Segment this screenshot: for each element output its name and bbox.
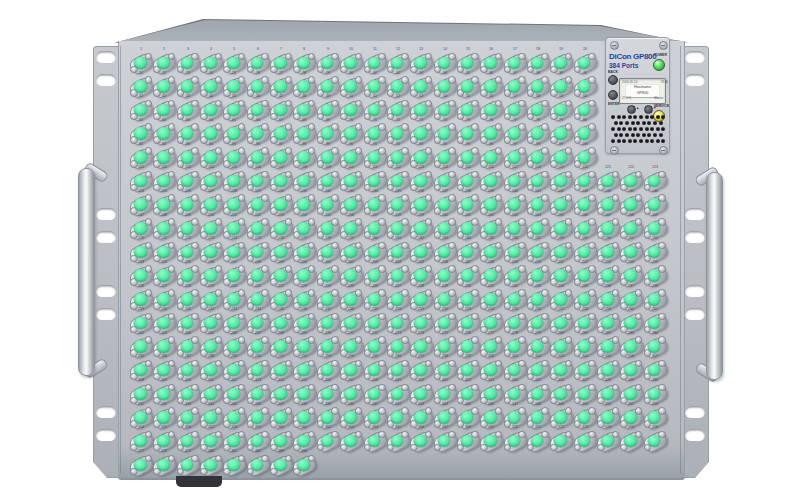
port-number-label: 163 [505,213,524,217]
back-button[interactable] [608,75,618,85]
port-number-label: 10 [342,47,361,51]
menu-up-button[interactable] [627,105,636,114]
grille-hole [650,127,654,131]
mounting-slot [96,406,116,418]
fiber-port: 8 [293,53,315,73]
fiber-connector-icon [204,435,217,448]
fiber-port: 200 [293,266,315,286]
port-number-label: 91 [365,142,384,146]
port-number-label: 243 [225,307,244,311]
port-lug-icon [471,76,479,84]
port-number-label: 311 [201,378,220,382]
fiber-port: 381 [223,455,245,475]
port-number-label: 13 [412,47,431,51]
led-power: POWER [650,53,668,71]
fiber-connector-icon [344,269,357,282]
fiber-connector-icon [624,246,637,259]
port-number-label: 368 [458,425,477,429]
port-number-label: 39 [552,71,571,75]
fiber-connector-icon [134,388,147,401]
fiber-connector-icon [484,293,497,306]
fiber-connector-icon [251,293,264,306]
fiber-connector-icon [461,151,474,164]
port-number-label: 345 [458,402,477,406]
fiber-connector-icon [438,388,451,401]
fiber-connector-icon [414,293,427,306]
lcd-time: 18:30 [660,80,668,83]
port-number-label: 239 [131,307,150,311]
fiber-port: 204 [387,266,409,286]
fiber-port: 201 [317,266,339,286]
fiber-connector-icon [391,80,404,93]
port-number-label: 34 [435,71,454,75]
port-number-label: 318 [365,378,384,382]
port-number-label: 186 [505,236,524,240]
port-number-label: 42 [155,94,174,98]
fiber-connector-icon [578,388,591,401]
fiber-connector-icon [134,340,147,353]
fiber-port: 372 [550,431,572,451]
port-number-label: 105 [225,165,244,169]
grille-hole [617,115,621,119]
port-lug-icon [191,455,199,463]
port-number-label: 28 [295,71,314,75]
port-lug-icon [331,313,339,321]
port-lug-icon [541,242,549,250]
port-number-label: 269 [295,331,314,335]
port-number-label: 158 [388,213,407,217]
control-panel: DiCon GP800 384 Ports POWER ACTIVE SERVI… [605,37,670,154]
port-number-label: 238 [645,284,664,288]
fiber-connector-icon [251,269,264,282]
fiber-connector-icon [438,80,451,93]
port-number-label: 51 [365,94,384,98]
port-number-label: 216 [131,284,150,288]
port-number-label: 240 [155,307,174,311]
port-lug-icon [191,242,199,250]
port-number-label: 372 [552,425,571,429]
grille-hole [617,127,621,131]
grille-hole [656,115,660,119]
fiber-connector-icon [368,198,381,211]
fiber-port: 140 [504,195,526,215]
port-number-label: 86 [248,142,267,146]
fiber-connector-icon [344,151,357,164]
port-lug-icon [518,384,526,392]
fiber-connector-icon [554,411,567,424]
fiber-port: 80 [574,124,596,144]
mounting-slot [685,51,705,63]
port-number-label: 285 [131,354,150,358]
port-number-label: 45 [225,94,244,98]
fiber-connector-icon [297,388,310,401]
fiber-connector-icon [508,151,521,164]
fiber-connector-icon [157,127,170,140]
fiber-connector-icon [297,246,310,259]
port-number-label: 329 [622,378,641,382]
fiber-connector-icon [368,127,381,140]
fiber-port: 383 [270,455,292,475]
port-number-label: 215 [645,260,664,264]
fiber-connector-icon [461,293,474,306]
fiber-connector-icon [438,57,451,70]
port-number-label: 381 [225,449,244,453]
port-number-label: 38 [528,71,547,75]
port-number-label: 362 [318,425,337,429]
fiber-connector-icon [181,411,194,424]
enter-button[interactable] [608,90,618,100]
fiber-connector-icon [134,246,147,259]
fiber-connector-icon [484,317,497,330]
fiber-connector-icon [134,459,147,472]
port-number-label: 306 [622,354,641,358]
fiber-connector-icon [157,57,170,70]
fiber-connector-icon [484,104,497,117]
port-number-label: 305 [598,354,617,358]
port-lug-icon [541,265,549,273]
port-number-label: 330 [645,378,664,382]
fiber-connector-icon [297,222,310,235]
grille-hole [617,139,621,143]
port-lug-icon [401,289,409,297]
fiber-connector-icon [274,57,287,70]
handle-left [78,168,95,376]
menu-down-button[interactable] [644,105,653,114]
port-number-label: 281 [575,331,594,335]
fiber-connector-icon [251,222,264,235]
